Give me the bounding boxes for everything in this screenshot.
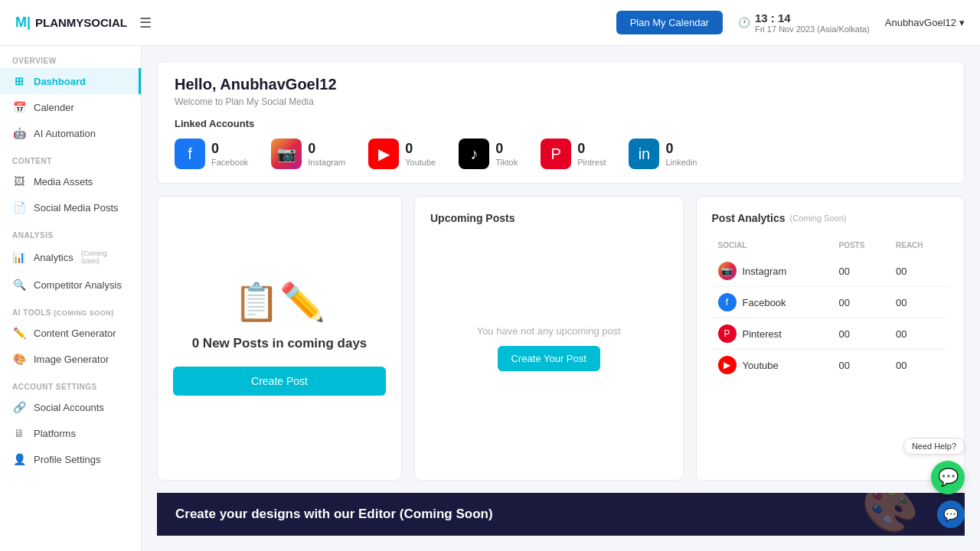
youtube-count: 0 [405,141,436,157]
sidebar-item-content-generator[interactable]: ✏️ Content Generator [0,320,141,346]
sidebar-label-ai-automation: AI Automation [34,128,96,139]
social-icon-ig: 📷 [718,262,737,280]
linkedin-label: Linkedin [665,158,697,167]
section-label-ai-tools: AI TOOLS (Coming soon) [0,298,141,320]
sidebar-label-analytics: Analytics [34,252,74,263]
bottom-banner-text: Create your designs with our Editor (Com… [175,507,493,522]
account-pinterest: P 0 Pintrest [541,139,606,169]
user-menu[interactable]: AnubhavGoel12 ▾ [885,17,965,28]
analytics-reach-val: 00 [890,256,949,287]
pinterest-count: 0 [577,141,606,157]
sidebar-item-platforms[interactable]: 🖥 Platforms [0,420,141,446]
logo-icon: M| [15,15,31,31]
sidebar-item-calender[interactable]: 📅 Calender [0,94,141,120]
sidebar-label-media-assets: Media Assets [34,176,93,187]
sidebar-label-social-accounts: Social Accounts [34,402,104,413]
cards-row: 📋✏️ 0 New Posts in coming days Create Po… [157,196,965,481]
hamburger-icon[interactable]: ☰ [139,15,152,31]
analytics-posts-val: 00 [832,350,890,381]
sidebar-item-social-accounts[interactable]: 🔗 Social Accounts [0,394,141,420]
tiktok-label: Tiktok [495,158,518,167]
platforms-icon: 🖥 [12,427,26,439]
linkedin-count: 0 [665,141,697,157]
sidebar-label-profile-settings: Profile Settings [34,454,100,465]
section-label-account-settings: ACCOUNT SETTINGS [0,372,141,394]
calendar-icon: 📅 [12,101,26,113]
col-header-social: SOCIAL [712,238,833,256]
col-header-posts: POSTS [832,238,890,256]
sidebar-label-image-generator: Image Generator [34,354,109,365]
username: AnubhavGoel12 [885,17,956,28]
section-label-analysis: ANALYSIS [0,220,141,243]
current-date: Fri 17 Nov 2023 (Asia/Kolkata) [755,24,870,34]
analytics-row: ▶ Youtube 00 00 [712,350,949,381]
analytics-row: P Pinterest 00 00 [712,318,949,350]
analytics-title: Post Analytics [712,212,786,224]
tiktok-icon: ♪ [459,139,489,169]
section-label-content: CONTENT [0,146,141,168]
sidebar-item-profile-settings[interactable]: 👤 Profile Settings [0,446,141,472]
image-generator-icon: 🎨 [12,353,26,365]
plan-my-calendar-button[interactable]: Plan My Calendar [616,11,723,34]
col-header-reach: REACH [890,238,949,256]
sidebar-item-analytics[interactable]: 📊 Analytics (Coming Soon) [0,243,141,272]
whatsapp-button[interactable]: 💬 [931,461,965,494]
social-accounts-icon: 🔗 [12,401,26,413]
sidebar-label-calender: Calender [34,102,74,113]
upcoming-empty-text: You have not any upcoming post [477,325,621,337]
analytics-row: 📷 Instagram 00 00 [712,256,949,287]
analytics-row: f Facebook 00 00 [712,287,949,318]
post-illustration-icon: 📋✏️ [234,281,325,324]
analytics-social-name: Facebook [743,297,786,308]
create-post-button[interactable]: Create Post [173,367,386,396]
content-generator-icon: ✏️ [12,327,26,339]
social-icon-pt: P [718,324,737,343]
logo-text: PLANMYSOCIAL [35,16,127,29]
new-posts-count: 0 New Posts in coming days [192,336,368,351]
create-your-post-button[interactable]: Create Your Post [498,346,600,371]
analytics-coming-soon-text: (Coming Soon) [789,214,846,223]
sidebar-item-image-generator[interactable]: 🎨 Image Generator [0,346,141,372]
analytics-coming-soon: (Coming Soon) [81,249,126,265]
sidebar-item-competitor-analysis[interactable]: 🔍 Competitor Analysis [0,272,141,298]
linked-accounts-label: Linked Accounts [175,118,947,129]
instagram-count: 0 [308,141,345,157]
hello-section: Hello, AnubhavGoel12 Welcome to Plan My … [157,61,965,184]
analytics-social-cell: 📷 Instagram [712,256,833,287]
welcome-text: Welcome to Plan My Social Media [175,96,947,107]
sidebar-item-ai-automation[interactable]: 🤖 AI Automation [0,120,141,146]
account-instagram: 📷 0 Instagram [271,139,345,169]
header: M| PLANMYSOCIAL ☰ Plan My Calendar 🕐 13 … [0,0,980,46]
ai-tools-coming-soon: (Coming soon) [54,309,114,317]
section-label-overview: OVERVIEW [0,46,141,68]
greeting: Hello, AnubhavGoel12 [175,76,947,93]
analytics-reach-val: 00 [890,350,949,381]
account-linkedin: in 0 Linkedin [629,139,697,169]
youtube-icon: ▶ [368,139,399,169]
social-icon-yt: ▶ [718,356,737,374]
analytics-posts-val: 00 [832,287,890,318]
logo: M| PLANMYSOCIAL [15,15,127,31]
sidebar: OVERVIEW ⊞ Dashboard 📅 Calender 🤖 AI Aut… [0,46,142,551]
sidebar-item-dashboard[interactable]: ⊞ Dashboard [0,68,141,94]
header-right: Plan My Calendar 🕐 13 : 14 Fri 17 Nov 20… [616,11,965,34]
sidebar-item-social-media-posts[interactable]: 📄 Social Media Posts [0,194,141,220]
analytics-table: SOCIAL POSTS REACH 📷 Instagram 00 00 f F… [712,238,949,380]
upcoming-posts-empty: You have not any upcoming post Create Yo… [430,232,668,465]
competitor-analysis-icon: 🔍 [12,279,26,291]
sidebar-label-content-generator: Content Generator [34,328,116,339]
facebook-label: Facebook [211,158,248,167]
analytics-posts-val: 00 [832,256,890,287]
time-block: 🕐 13 : 14 Fri 17 Nov 2023 (Asia/Kolkata) [738,11,870,34]
sidebar-item-media-assets[interactable]: 🖼 Media Assets [0,168,141,194]
facebook-icon: f [175,139,205,169]
analytics-social-cell: f Facebook [712,287,833,318]
clock-icon: 🕐 [738,17,750,28]
chat-button[interactable]: 💬 [937,500,965,528]
analytics-reach-val: 00 [890,318,949,350]
analytics-icon: 📊 [12,251,26,263]
facebook-count: 0 [211,141,248,157]
main-content: Hello, AnubhavGoel12 Welcome to Plan My … [142,46,980,551]
account-youtube: ▶ 0 Youtube [368,139,436,169]
upcoming-posts-card: Upcoming Posts You have not any upcoming… [414,196,684,481]
